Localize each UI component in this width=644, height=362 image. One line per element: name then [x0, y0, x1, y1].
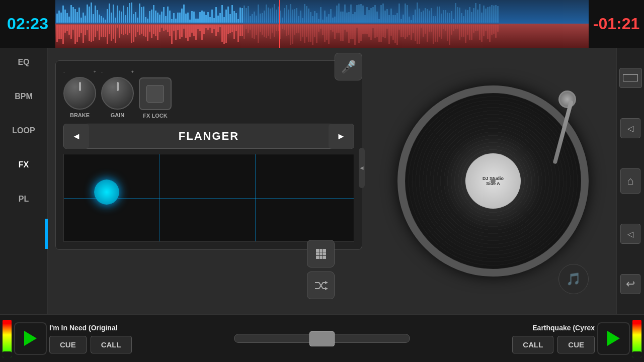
- collapse-arrow[interactable]: ◄: [359, 148, 365, 188]
- turntable-label: DJ Studio Side A: [465, 153, 521, 209]
- svg-rect-8: [323, 256, 326, 259]
- left-vu-mask: [3, 351, 12, 357]
- right-vu-mask: [632, 351, 641, 357]
- right-play-button[interactable]: [597, 322, 630, 355]
- fx-name: FLANGER: [89, 130, 329, 143]
- turntable[interactable]: DJ Studio Side A: [397, 85, 589, 277]
- grid-icon: [315, 248, 327, 260]
- sidebar-item-bpm[interactable]: BPM: [15, 92, 33, 101]
- right-btn-4-icon: ◁: [627, 229, 633, 239]
- sidebar-item-loop[interactable]: LOOP: [12, 126, 35, 135]
- gain-knob-group: -+ GAIN: [101, 69, 134, 118]
- fx-lock-label: FX LOCK: [143, 113, 167, 119]
- right-btn-2[interactable]: ◁: [620, 118, 640, 138]
- music-note-icon: 🎵: [566, 272, 581, 286]
- right-btn-1-icon: [623, 74, 638, 81]
- left-cue-button[interactable]: CUE: [49, 336, 87, 353]
- time-elapsed: 02:23: [0, 15, 55, 33]
- right-btn-4[interactable]: ◁: [620, 224, 640, 244]
- right-deck-buttons: CALL CUE: [512, 336, 595, 353]
- brake-knob[interactable]: [63, 77, 96, 110]
- svg-rect-6: [316, 256, 319, 259]
- right-deck: Earthquake (Cyrex CALL CUE: [418, 320, 644, 357]
- fx-pad[interactable]: [63, 154, 354, 242]
- side-buttons: [307, 240, 335, 299]
- right-play-icon: [607, 331, 620, 346]
- left-play-button[interactable]: [14, 322, 47, 355]
- tonearm-base: [558, 90, 576, 108]
- svg-rect-11: [623, 74, 638, 81]
- right-btn-1[interactable]: [619, 68, 642, 88]
- mic-button[interactable]: 🎤: [335, 53, 362, 80]
- waveform-display[interactable]: [55, 0, 589, 48]
- brake-label: BRAKE: [70, 112, 90, 118]
- mic-icon: 🎤: [341, 60, 356, 74]
- fx-lock-group: FX LOCK: [139, 77, 172, 119]
- controls-row: -+ BRAKE -+ GAIN FX LOCK: [63, 68, 354, 119]
- turntable-section: DJ Studio Side A 🎵: [370, 48, 616, 314]
- gain-knob[interactable]: [101, 77, 134, 110]
- svg-rect-3: [316, 252, 319, 255]
- controls-box: -+ BRAKE -+ GAIN FX LOCK ◄: [55, 60, 362, 250]
- waveform-top[interactable]: [55, 0, 589, 24]
- gain-label: GAIN: [111, 112, 125, 118]
- svg-rect-1: [319, 249, 323, 252]
- right-btn-5[interactable]: ↩: [620, 274, 640, 294]
- right-call-button[interactable]: CALL: [512, 336, 553, 353]
- time-remaining: -01:21: [589, 15, 644, 33]
- right-btn-3[interactable]: ⌂: [620, 168, 640, 194]
- left-deck-buttons: CUE CALL: [49, 336, 160, 353]
- waveform-section: 02:23 -01:21: [0, 0, 644, 48]
- back-icon: ↩: [626, 278, 635, 291]
- fx-next-button[interactable]: ►: [329, 124, 354, 149]
- playhead: [279, 0, 280, 48]
- right-btn-3-icon: ⌂: [627, 174, 633, 188]
- brake-knob-group: -+ BRAKE: [63, 69, 96, 118]
- svg-rect-0: [316, 249, 319, 252]
- right-cue-button[interactable]: CUE: [557, 336, 595, 353]
- sidebar-item-pl[interactable]: PL: [19, 195, 29, 204]
- left-play-icon: [24, 331, 37, 346]
- collapse-icon: ◄: [359, 164, 365, 171]
- right-btn-2-icon: ◁: [627, 124, 633, 133]
- music-note-button[interactable]: 🎵: [558, 264, 589, 294]
- svg-marker-9: [325, 281, 328, 284]
- fx-dot: [94, 179, 119, 205]
- shuffle-icon: [314, 281, 328, 291]
- crossfader-track[interactable]: [234, 334, 410, 343]
- fx-selector: ◄ FLANGER ►: [63, 124, 354, 149]
- sidebar-item-eq[interactable]: EQ: [18, 58, 29, 67]
- fx-prev-button[interactable]: ◄: [64, 124, 89, 149]
- bottom-bar: I'm In Need (Original CUE CALL Earthquak…: [0, 314, 644, 362]
- svg-rect-7: [319, 256, 323, 259]
- svg-marker-10: [325, 287, 328, 290]
- brake-range: -+: [63, 69, 96, 74]
- crossfader-handle[interactable]: [309, 331, 335, 346]
- gain-range: -+: [101, 69, 134, 74]
- left-call-button[interactable]: CALL: [91, 336, 132, 353]
- right-track-info: Earthquake (Cyrex CALL CUE: [484, 324, 595, 353]
- left-track-title: I'm In Need (Original: [49, 324, 160, 332]
- right-sidebar: ◁ ⌂ ◁ ↩: [616, 48, 644, 314]
- left-track-info: I'm In Need (Original CUE CALL: [49, 324, 160, 353]
- sidebar-item-fx[interactable]: FX: [19, 160, 29, 169]
- crossfader-section: [226, 334, 418, 343]
- grid-button[interactable]: [307, 240, 335, 267]
- right-vu-meter: [632, 320, 641, 357]
- shuffle-button[interactable]: [307, 272, 335, 299]
- right-track-title: Earthquake (Cyrex: [532, 324, 595, 332]
- waveform-bottom[interactable]: [55, 24, 589, 48]
- svg-rect-2: [323, 249, 326, 252]
- turntable-spindle: [491, 178, 496, 184]
- fx-lock-inner: [146, 85, 164, 103]
- svg-rect-5: [323, 252, 326, 255]
- center-panel: 🎤 -+ BRAKE -+ GAIN FX LO: [48, 48, 370, 314]
- left-vu-meter: [3, 320, 12, 357]
- fx-lock-button[interactable]: [139, 77, 172, 110]
- left-sidebar: EQ BPM LOOP FX PL: [0, 48, 48, 314]
- left-deck: I'm In Need (Original CUE CALL: [0, 320, 226, 357]
- main-area: EQ BPM LOOP FX PL 🎤 -+ BRAKE -+ GAIN: [0, 48, 644, 314]
- svg-rect-4: [319, 252, 323, 255]
